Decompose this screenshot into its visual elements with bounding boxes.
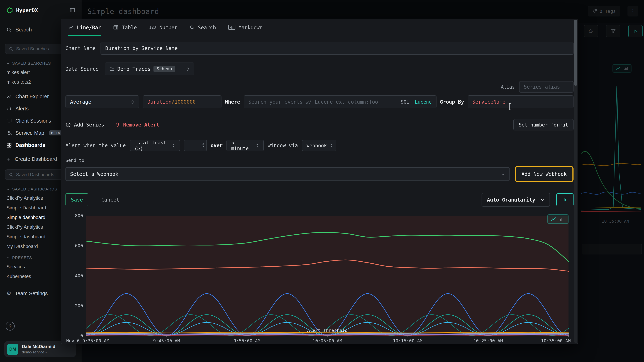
chevron-updown-icon — [330, 143, 333, 148]
tab-table[interactable]: Table — [113, 19, 137, 36]
add-new-webhook-button[interactable]: Add New Webhook — [515, 166, 574, 182]
alert-threshold-input[interactable]: 1 ▲▼ — [184, 140, 206, 151]
text-cursor — [507, 103, 512, 110]
user-name: Dale McDiarmid — [22, 344, 56, 350]
brand-name: HyperDX — [16, 7, 38, 13]
table-icon — [113, 25, 118, 30]
alert-condition-select[interactable]: is at least (≥) — [130, 140, 180, 151]
group-by-label: Group By — [440, 99, 464, 105]
folder-icon — [110, 66, 114, 71]
data-source-value: Demo Traces — [117, 66, 150, 72]
chevron-updown-icon — [172, 143, 175, 148]
alert-via-label: window via — [268, 143, 298, 148]
tab-search[interactable]: Search — [190, 19, 216, 36]
svg-text:600: 600 — [75, 243, 83, 248]
add-series-button[interactable]: Add Series — [66, 122, 104, 128]
aggregation-select[interactable]: Average — [66, 95, 139, 108]
alias-input[interactable] — [519, 81, 574, 93]
chevron-down-icon — [6, 187, 10, 191]
monitor-icon — [6, 118, 12, 124]
svg-text:400: 400 — [75, 273, 83, 278]
chart-name-input[interactable] — [101, 42, 574, 55]
scrollbar-thumb[interactable] — [574, 20, 577, 86]
stepper-icon[interactable]: ▲▼ — [200, 140, 206, 151]
preview-chart: 0200400600800Nov 6 9:35:00 AM9:45:00 AM9… — [66, 212, 574, 345]
avatar: DM — [7, 344, 18, 355]
number-123-icon: 123 — [149, 25, 156, 30]
chevron-updown-icon — [186, 67, 190, 71]
duration-line-chart: 0200400600800Nov 6 9:35:00 AM9:45:00 AM9… — [66, 212, 574, 345]
tab-number[interactable]: 123 Number — [149, 19, 178, 36]
line-chart-icon — [551, 216, 556, 221]
query-language-toggle[interactable]: SQL|Lucene — [401, 99, 432, 105]
svg-text:10:25:00 AM: 10:25:00 AM — [473, 338, 503, 344]
alias-label: Alias — [501, 84, 515, 90]
chevron-down-icon — [6, 256, 10, 259]
svg-text:Alert Threshold: Alert Threshold — [307, 328, 348, 333]
data-source-label: Data Source — [66, 66, 100, 72]
tab-markdown[interactable]: M↓ Markdown — [228, 19, 262, 36]
where-label: Where — [225, 99, 240, 105]
search-icon — [6, 27, 12, 32]
line-chart-icon — [6, 94, 12, 99]
svg-text:10:05:00 AM: 10:05:00 AM — [312, 338, 342, 344]
granularity-select[interactable]: Auto Granularity — [482, 193, 550, 206]
alert-prefix: Alert when the value — [66, 143, 126, 148]
help-button[interactable]: ? — [6, 322, 15, 331]
editor-tabs: Line/Bar Table 123 Number Search M↓ Mark… — [66, 19, 574, 36]
set-number-format-button[interactable]: Set number format — [514, 119, 574, 130]
run-query-button[interactable] — [556, 193, 574, 206]
chart-name-label: Chart Name — [66, 45, 96, 51]
svg-text:0: 0 — [80, 333, 83, 339]
svg-text:200: 200 — [75, 303, 83, 308]
group-by-input[interactable]: ServiceName — [468, 95, 574, 108]
collapse-sidebar-icon[interactable] — [70, 7, 76, 13]
search-icon — [9, 173, 13, 177]
hyperdx-logo-icon — [6, 7, 13, 13]
alert-over-label: over — [210, 143, 222, 148]
sidebar-item-label: Search — [16, 27, 32, 32]
beta-badge: BETA — [49, 130, 62, 135]
line-chart-icon — [68, 25, 74, 30]
gear-icon: ⚙ — [6, 290, 11, 297]
bar-chart-icon — [560, 216, 565, 221]
bell-icon — [115, 122, 120, 127]
webhook-select[interactable]: Select a Webhook — [66, 167, 510, 181]
grid-icon — [6, 142, 12, 148]
svg-text:Nov 6 9:35:00 AM: Nov 6 9:35:00 AM — [66, 338, 109, 344]
chevron-down-icon — [6, 62, 10, 65]
data-source-select[interactable]: Demo Traces Schema — [105, 62, 194, 75]
expression-input[interactable]: Duration/1000000 — [143, 95, 222, 108]
chevron-updown-icon — [130, 100, 134, 104]
saved-dashboards-placeholder: Saved Dashboards — [16, 172, 54, 177]
modal-scrollbar — [574, 20, 577, 343]
svg-text:9:55:00 AM: 9:55:00 AM — [234, 338, 260, 344]
tab-line-bar[interactable]: Line/Bar — [68, 19, 101, 36]
chevron-updown-icon — [256, 143, 259, 148]
svg-text:9:45:00 AM: 9:45:00 AM — [153, 338, 180, 344]
svg-text:800: 800 — [75, 213, 83, 218]
where-search-input[interactable]: Search your events w/ Lucene ex. column:… — [244, 95, 436, 108]
send-to-label: Send to — [66, 158, 574, 163]
chart-editor-modal: Line/Bar Table 123 Number Search M↓ Mark… — [61, 18, 578, 344]
network-icon — [6, 130, 12, 136]
save-button[interactable]: Save — [66, 193, 88, 206]
saved-searches-placeholder: Saved Searches — [16, 46, 49, 51]
app-root: Simple dashboard 0 Tags ⋮ ⟳ 1 — [0, 0, 644, 362]
search-icon — [190, 25, 195, 30]
cancel-button[interactable]: Cancel — [101, 197, 119, 203]
plus-icon — [6, 157, 11, 161]
play-icon — [562, 197, 567, 202]
chart-type-toggle[interactable] — [548, 214, 568, 224]
search-icon — [9, 47, 13, 51]
schema-badge: Schema — [153, 66, 175, 72]
alert-window-select[interactable]: 5 minute — [227, 140, 264, 151]
markdown-icon: M↓ — [228, 25, 235, 30]
plus-circle-icon — [66, 122, 71, 127]
user-subtitle: demo-service - — [22, 350, 56, 354]
alert-channel-select[interactable]: Webhook — [302, 140, 336, 151]
where-placeholder: Search your events w/ Lucene ex. column:… — [248, 99, 378, 105]
chevron-down-icon — [540, 198, 544, 202]
remove-alert-button[interactable]: Remove Alert — [115, 122, 160, 128]
bell-icon — [6, 106, 12, 111]
